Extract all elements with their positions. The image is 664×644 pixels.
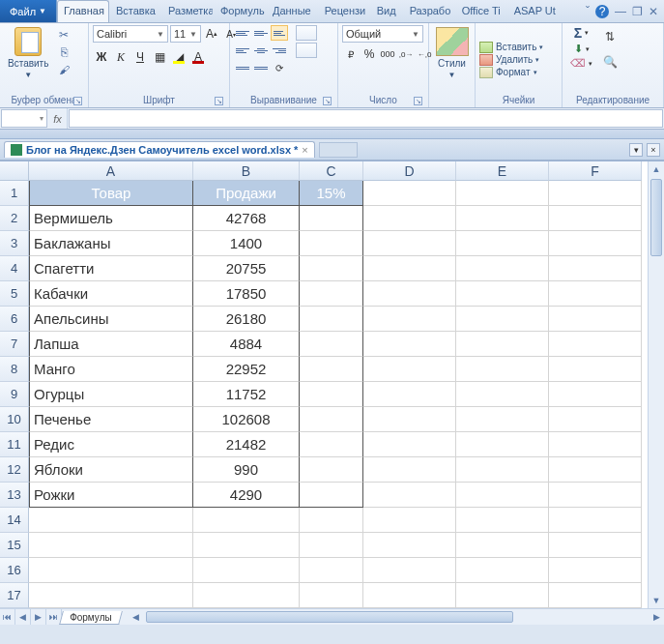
underline-button[interactable]: Ч xyxy=(131,48,149,66)
row-header-16[interactable]: 16 xyxy=(0,558,29,583)
col-header-D[interactable]: D xyxy=(363,161,456,181)
cell-E12[interactable] xyxy=(456,457,549,483)
col-header-C[interactable]: C xyxy=(300,161,363,181)
cell-F17[interactable] xyxy=(549,583,642,608)
cell-E10[interactable] xyxy=(456,407,549,432)
bold-button[interactable]: Ж xyxy=(93,48,110,66)
cell-B14[interactable] xyxy=(193,508,300,533)
row-header-10[interactable]: 10 xyxy=(0,407,29,432)
cell-B9[interactable]: 11752 xyxy=(193,382,300,407)
cell-C17[interactable] xyxy=(300,583,363,608)
window-close-icon[interactable]: ✕ xyxy=(649,5,658,18)
cell-A13[interactable]: Рожки xyxy=(29,483,193,508)
cell-A14[interactable] xyxy=(29,508,193,533)
cell-A5[interactable]: Кабачки xyxy=(29,281,193,307)
cell-D16[interactable] xyxy=(363,558,456,583)
cell-A8[interactable]: Манго xyxy=(29,357,193,382)
row-header-15[interactable]: 15 xyxy=(0,533,29,558)
cell-F1[interactable] xyxy=(549,181,642,206)
ribbon-tab-4[interactable]: Данные xyxy=(266,0,318,22)
percent-icon[interactable]: % xyxy=(361,45,378,63)
insert-cells-button[interactable]: Вставить▾ xyxy=(479,42,543,53)
col-header-F[interactable]: F xyxy=(549,161,642,181)
cell-F15[interactable] xyxy=(549,533,642,558)
row-header-1[interactable]: 1 xyxy=(0,181,29,206)
align-right-icon[interactable] xyxy=(271,43,288,58)
row-header-11[interactable]: 11 xyxy=(0,432,29,457)
copy-icon[interactable] xyxy=(56,44,72,60)
format-cells-button[interactable]: Формат▾ xyxy=(479,67,543,78)
cell-E16[interactable] xyxy=(456,558,549,583)
scroll-down-icon[interactable]: ▼ xyxy=(649,593,664,608)
cell-E11[interactable] xyxy=(456,432,549,457)
cell-A4[interactable]: Спагетти xyxy=(29,256,193,281)
font-size-combo[interactable]: 11▼ xyxy=(170,25,201,43)
cell-B4[interactable]: 20755 xyxy=(193,256,300,281)
sheet-nav-next-icon[interactable]: ▶ xyxy=(31,609,46,625)
cell-E14[interactable] xyxy=(456,508,549,533)
font-color-button[interactable]: A xyxy=(189,48,207,66)
col-header-B[interactable]: B xyxy=(193,161,300,181)
fill-color-button[interactable]: ◢ xyxy=(170,48,188,66)
row-header-6[interactable]: 6 xyxy=(0,307,29,332)
dialog-launcher-icon[interactable]: ↘ xyxy=(73,97,82,105)
cell-D3[interactable] xyxy=(363,231,456,256)
close-workbook-icon[interactable]: × xyxy=(647,143,660,157)
cell-D14[interactable] xyxy=(363,508,456,533)
file-tab[interactable]: Файл ▼ xyxy=(0,0,57,22)
tab-dropdown-icon[interactable]: ▾ xyxy=(629,143,643,157)
comma-icon[interactable]: 000 xyxy=(379,45,396,63)
cell-D1[interactable] xyxy=(363,181,456,206)
cell-F3[interactable] xyxy=(549,231,642,256)
cell-E2[interactable] xyxy=(456,206,549,231)
find-select-button[interactable]: 🔍 xyxy=(598,50,621,73)
cell-F16[interactable] xyxy=(549,558,642,583)
dialog-launcher-icon[interactable]: ↘ xyxy=(414,97,422,105)
horizontal-scrollbar[interactable]: ◀ ▶ xyxy=(129,609,664,625)
border-button[interactable]: ▦ xyxy=(151,48,168,66)
format-painter-icon[interactable] xyxy=(56,62,72,77)
row-header-4[interactable]: 4 xyxy=(0,256,29,281)
cell-E13[interactable] xyxy=(456,483,549,508)
increase-indent-icon[interactable] xyxy=(252,60,270,75)
cell-D8[interactable] xyxy=(363,357,456,382)
sheet-nav-prev-icon[interactable]: ◀ xyxy=(15,609,31,625)
dialog-launcher-icon[interactable]: ↘ xyxy=(323,97,332,105)
cell-B13[interactable]: 4290 xyxy=(193,483,300,508)
cell-C9[interactable] xyxy=(300,382,363,407)
cell-F9[interactable] xyxy=(549,382,642,407)
cell-B1[interactable]: Продажи xyxy=(193,181,300,206)
sheet-nav-first-icon[interactable]: ⏮ xyxy=(0,609,15,625)
row-header-2[interactable]: 2 xyxy=(0,206,29,231)
increase-font-icon[interactable]: A▴ xyxy=(203,25,220,43)
ribbon-tab-6[interactable]: Вид xyxy=(370,0,403,22)
cell-F10[interactable] xyxy=(549,407,642,432)
fill-button[interactable]: ⬇▾ xyxy=(574,43,590,55)
cell-C5[interactable] xyxy=(300,281,363,307)
ribbon-tab-0[interactable]: Главная xyxy=(57,0,109,22)
cell-A2[interactable]: Вермишель xyxy=(29,206,193,231)
cell-A6[interactable]: Апельсины xyxy=(29,307,193,332)
cell-E3[interactable] xyxy=(456,231,549,256)
dialog-launcher-icon[interactable]: ↘ xyxy=(215,97,223,105)
row-header-13[interactable]: 13 xyxy=(0,483,29,508)
scroll-right-icon[interactable]: ▶ xyxy=(649,609,664,625)
fx-button[interactable]: fx xyxy=(48,108,68,129)
select-all-corner[interactable] xyxy=(0,161,29,181)
cell-F2[interactable] xyxy=(549,206,642,231)
cell-D11[interactable] xyxy=(363,432,456,457)
cell-A9[interactable]: Огурцы xyxy=(29,382,193,407)
row-header-7[interactable]: 7 xyxy=(0,332,29,357)
cell-D12[interactable] xyxy=(363,457,456,483)
cell-C15[interactable] xyxy=(300,533,363,558)
cell-C4[interactable] xyxy=(300,256,363,281)
align-center-icon[interactable] xyxy=(252,43,270,58)
wrap-text-button[interactable] xyxy=(296,25,317,41)
cell-F7[interactable] xyxy=(549,332,642,357)
cell-C14[interactable] xyxy=(300,508,363,533)
col-header-A[interactable]: A xyxy=(29,161,193,181)
name-box[interactable]: ▾ xyxy=(1,109,47,128)
cell-A16[interactable] xyxy=(29,558,193,583)
cell-E7[interactable] xyxy=(456,332,549,357)
cell-B3[interactable]: 1400 xyxy=(193,231,300,256)
